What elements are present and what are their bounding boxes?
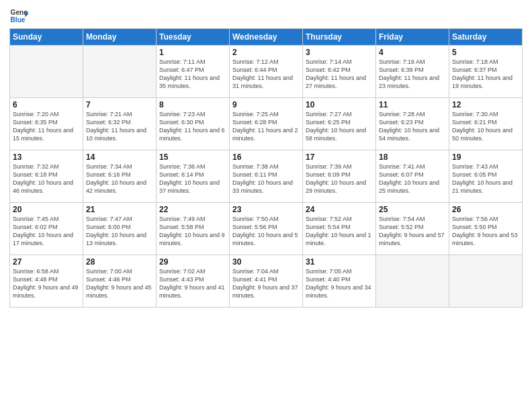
day-info: Sunrise: 7:39 AM Sunset: 6:09 PM Dayligh…: [306, 163, 373, 195]
day-header-thursday: Thursday: [303, 29, 376, 46]
day-info: Sunrise: 7:25 AM Sunset: 6:28 PM Dayligh…: [232, 110, 300, 143]
calendar-cell: [376, 255, 449, 308]
calendar-cell: 1Sunrise: 7:11 AM Sunset: 6:47 PM Daylig…: [157, 46, 230, 98]
day-number: 23: [232, 205, 300, 214]
calendar-cell: 29Sunrise: 7:02 AM Sunset: 4:43 PM Dayli…: [157, 255, 230, 308]
day-info: Sunrise: 7:50 AM Sunset: 5:56 PM Dayligh…: [232, 215, 300, 248]
calendar-cell: 17Sunrise: 7:39 AM Sunset: 6:09 PM Dayli…: [303, 150, 376, 203]
calendar-cell: 16Sunrise: 7:38 AM Sunset: 6:11 PM Dayli…: [230, 150, 303, 203]
calendar-cell: 11Sunrise: 7:28 AM Sunset: 6:23 PM Dayli…: [376, 98, 449, 150]
calendar-cell: 14Sunrise: 7:34 AM Sunset: 6:16 PM Dayli…: [83, 150, 157, 203]
day-number: 31: [306, 257, 373, 267]
day-number: 5: [452, 48, 519, 57]
calendar-cell: 8Sunrise: 7:23 AM Sunset: 6:30 PM Daylig…: [157, 98, 230, 150]
day-info: Sunrise: 7:11 AM Sunset: 6:47 PM Dayligh…: [159, 58, 226, 91]
day-number: 4: [379, 48, 446, 57]
day-info: Sunrise: 7:00 AM Sunset: 4:46 PM Dayligh…: [86, 267, 153, 300]
calendar-week-row: 1Sunrise: 7:11 AM Sunset: 6:47 PM Daylig…: [10, 46, 523, 98]
day-header-tuesday: Tuesday: [157, 29, 230, 46]
day-info: Sunrise: 7:02 AM Sunset: 4:43 PM Dayligh…: [159, 267, 226, 300]
calendar-week-row: 13Sunrise: 7:32 AM Sunset: 6:18 PM Dayli…: [10, 150, 523, 203]
svg-text:Blue: Blue: [11, 16, 26, 24]
day-info: Sunrise: 7:12 AM Sunset: 6:44 PM Dayligh…: [232, 58, 300, 91]
day-number: 21: [86, 205, 153, 214]
calendar-cell: 18Sunrise: 7:41 AM Sunset: 6:07 PM Dayli…: [376, 150, 449, 203]
calendar-cell: 13Sunrise: 7:32 AM Sunset: 6:18 PM Dayli…: [10, 150, 83, 203]
day-number: 24: [306, 205, 373, 214]
day-header-wednesday: Wednesday: [230, 29, 303, 46]
day-number: 17: [306, 152, 373, 162]
day-info: Sunrise: 7:30 AM Sunset: 6:21 PM Dayligh…: [452, 110, 519, 143]
calendar-cell: 4Sunrise: 7:16 AM Sunset: 6:39 PM Daylig…: [376, 46, 449, 98]
day-info: Sunrise: 6:58 AM Sunset: 4:48 PM Dayligh…: [13, 267, 80, 300]
day-number: 29: [159, 257, 226, 267]
day-number: 6: [13, 100, 80, 109]
calendar-cell: 15Sunrise: 7:36 AM Sunset: 6:14 PM Dayli…: [157, 150, 230, 203]
calendar-cell: 23Sunrise: 7:50 AM Sunset: 5:56 PM Dayli…: [230, 203, 303, 255]
day-info: Sunrise: 7:16 AM Sunset: 6:39 PM Dayligh…: [379, 58, 446, 91]
day-number: 11: [379, 100, 446, 109]
calendar-cell: 22Sunrise: 7:49 AM Sunset: 5:58 PM Dayli…: [157, 203, 230, 255]
day-number: 15: [159, 152, 226, 162]
day-info: Sunrise: 7:18 AM Sunset: 6:37 PM Dayligh…: [452, 58, 519, 91]
day-info: Sunrise: 7:23 AM Sunset: 6:30 PM Dayligh…: [159, 110, 226, 143]
day-info: Sunrise: 7:14 AM Sunset: 6:42 PM Dayligh…: [306, 58, 373, 91]
calendar-cell: [10, 46, 83, 98]
day-number: 14: [86, 152, 153, 162]
calendar-cell: 27Sunrise: 6:58 AM Sunset: 4:48 PM Dayli…: [10, 255, 83, 308]
calendar-cell: 10Sunrise: 7:27 AM Sunset: 6:25 PM Dayli…: [303, 98, 376, 150]
day-number: 3: [306, 48, 373, 57]
calendar-cell: 25Sunrise: 7:54 AM Sunset: 5:52 PM Dayli…: [376, 203, 449, 255]
day-number: 12: [452, 100, 519, 109]
day-info: Sunrise: 7:45 AM Sunset: 6:02 PM Dayligh…: [13, 215, 80, 248]
day-info: Sunrise: 7:52 AM Sunset: 5:54 PM Dayligh…: [306, 215, 373, 248]
day-info: Sunrise: 7:56 AM Sunset: 5:50 PM Dayligh…: [452, 215, 519, 248]
calendar-cell: 30Sunrise: 7:04 AM Sunset: 4:41 PM Dayli…: [230, 255, 303, 308]
calendar-cell: 20Sunrise: 7:45 AM Sunset: 6:02 PM Dayli…: [10, 203, 83, 255]
day-number: 7: [86, 100, 153, 109]
calendar-cell: 24Sunrise: 7:52 AM Sunset: 5:54 PM Dayli…: [303, 203, 376, 255]
day-info: Sunrise: 7:49 AM Sunset: 5:58 PM Dayligh…: [159, 215, 226, 248]
day-info: Sunrise: 7:38 AM Sunset: 6:11 PM Dayligh…: [232, 163, 300, 195]
day-info: Sunrise: 7:28 AM Sunset: 6:23 PM Dayligh…: [379, 110, 446, 143]
logo: General Blue: [9, 7, 28, 26]
day-number: 9: [232, 100, 300, 109]
day-number: 10: [306, 100, 373, 109]
day-number: 13: [13, 152, 80, 162]
day-header-monday: Monday: [83, 29, 157, 46]
calendar: SundayMondayTuesdayWednesdayThursdayFrid…: [9, 28, 523, 308]
calendar-week-row: 20Sunrise: 7:45 AM Sunset: 6:02 PM Dayli…: [10, 203, 523, 255]
day-number: 18: [379, 152, 446, 162]
calendar-week-row: 6Sunrise: 7:20 AM Sunset: 6:35 PM Daylig…: [10, 98, 523, 150]
calendar-cell: 5Sunrise: 7:18 AM Sunset: 6:37 PM Daylig…: [449, 46, 523, 98]
logo-icon: General Blue: [9, 7, 28, 26]
calendar-cell: 26Sunrise: 7:56 AM Sunset: 5:50 PM Dayli…: [449, 203, 523, 255]
page: General Blue SundayMondayTuesdayWednesda…: [0, 0, 532, 411]
calendar-cell: 9Sunrise: 7:25 AM Sunset: 6:28 PM Daylig…: [230, 98, 303, 150]
day-info: Sunrise: 7:41 AM Sunset: 6:07 PM Dayligh…: [379, 163, 446, 195]
day-info: Sunrise: 7:43 AM Sunset: 6:05 PM Dayligh…: [452, 163, 519, 195]
day-number: 1: [159, 48, 226, 57]
day-info: Sunrise: 7:34 AM Sunset: 6:16 PM Dayligh…: [86, 163, 153, 195]
day-number: 30: [232, 257, 300, 267]
day-info: Sunrise: 7:27 AM Sunset: 6:25 PM Dayligh…: [306, 110, 373, 143]
calendar-cell: 31Sunrise: 7:05 AM Sunset: 4:40 PM Dayli…: [303, 255, 376, 308]
day-number: 25: [379, 205, 446, 214]
day-info: Sunrise: 7:04 AM Sunset: 4:41 PM Dayligh…: [232, 267, 300, 300]
calendar-week-row: 27Sunrise: 6:58 AM Sunset: 4:48 PM Dayli…: [10, 255, 523, 308]
day-info: Sunrise: 7:21 AM Sunset: 6:32 PM Dayligh…: [86, 110, 153, 143]
day-header-saturday: Saturday: [449, 29, 523, 46]
calendar-cell: 6Sunrise: 7:20 AM Sunset: 6:35 PM Daylig…: [10, 98, 83, 150]
day-number: 2: [232, 48, 300, 57]
day-info: Sunrise: 7:20 AM Sunset: 6:35 PM Dayligh…: [13, 110, 80, 143]
day-number: 20: [13, 205, 80, 214]
calendar-cell: 21Sunrise: 7:47 AM Sunset: 6:00 PM Dayli…: [83, 203, 157, 255]
day-info: Sunrise: 7:54 AM Sunset: 5:52 PM Dayligh…: [379, 215, 446, 248]
day-info: Sunrise: 7:05 AM Sunset: 4:40 PM Dayligh…: [306, 267, 373, 300]
day-info: Sunrise: 7:32 AM Sunset: 6:18 PM Dayligh…: [13, 163, 80, 195]
day-info: Sunrise: 7:36 AM Sunset: 6:14 PM Dayligh…: [159, 163, 226, 195]
calendar-cell: 2Sunrise: 7:12 AM Sunset: 6:44 PM Daylig…: [230, 46, 303, 98]
day-number: 27: [13, 257, 80, 267]
day-number: 16: [232, 152, 300, 162]
day-number: 8: [159, 100, 226, 109]
